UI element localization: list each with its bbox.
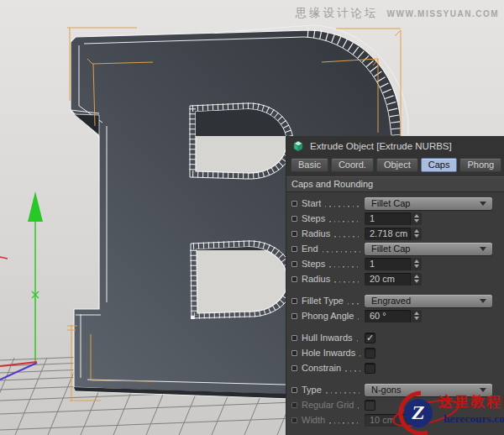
stepper-down-icon [414,234,419,238]
keyframe-dot[interactable] [291,246,297,252]
keyframe-dot[interactable] [291,298,297,304]
section-header: Caps and Rounding [286,176,504,192]
param-label: Regular Grid [302,400,354,410]
dropdown-arrow-icon [480,299,486,303]
steps-end-input[interactable]: 1 [365,258,410,270]
keyframe-dot[interactable] [291,231,297,237]
param-row-steps-start: Steps 1 [291,211,499,226]
stepper-up-icon [414,259,419,263]
stepper-up-icon [414,312,419,315]
leader-dots [325,206,360,207]
panel-title: Extrude Object [Extrude NURBS] [310,141,452,151]
param-label: Type [302,385,322,395]
checkmark-icon: ✓ [366,333,374,342]
tab-phong[interactable]: Phong [459,158,501,172]
site-banner: 思缘设计论坛 WWW.MISSYUAN.COM [0,6,499,21]
param-label: Constrain [302,363,341,373]
constrain-checkbox[interactable]: ✓ [365,363,375,374]
param-label: Steps [302,259,325,269]
dropdown-arrow-icon [480,202,486,206]
dropdown-arrow-icon [480,247,486,251]
panel-tabs: Basic Coord. Object Caps Phong [286,156,504,176]
phong-angle-input[interactable]: 60 ° [365,310,410,322]
stepper-down-icon [414,219,419,223]
stepper[interactable] [410,310,422,322]
leader-dots [329,221,360,223]
tab-basic[interactable]: Basic [291,158,328,172]
stepper[interactable] [410,273,422,286]
radius-end-input[interactable]: 20 cm [365,273,410,286]
leader-dots [358,318,360,320]
param-row-hole-inwards: Hole Inwards ✓ [291,345,499,360]
param-row-radius-start: Radius 2.718 cm [291,226,499,241]
stepper-up-icon [414,275,419,278]
leader-dots [334,236,360,238]
keyframe-dot[interactable] [291,313,297,319]
leader-dots [348,303,360,305]
keyframe-dot[interactable] [291,402,297,408]
leader-dots [360,355,360,357]
leader-dots [329,422,360,424]
panel-header[interactable]: Extrude Object [Extrude NURBS] [286,136,504,156]
param-label: Radius [302,274,330,284]
tab-coord[interactable]: Coord. [331,158,374,172]
keyframe-dot[interactable] [291,261,297,267]
radius-start-input[interactable]: 2.718 cm [365,228,410,240]
param-row-start: Start Fillet Cap [291,196,499,211]
watermark-logo: Z 这里教程网 herecours.com [374,389,504,435]
keyframe-dot[interactable] [291,417,297,423]
param-row-steps-end: Steps 1 [291,256,499,271]
param-row-fillet-type: Fillet Type Engraved [291,293,499,308]
keyframe-dot[interactable] [291,201,297,207]
param-label: Width [302,415,325,425]
hole-inwards-checkbox[interactable]: ✓ [365,348,375,359]
keyframe-dot[interactable] [291,335,297,341]
keyframe-dot[interactable] [291,276,297,282]
leader-dots [329,266,360,268]
watermark-letter: Z [407,402,429,424]
stepper[interactable] [410,228,422,240]
fillet-type-dropdown[interactable]: Engraved [365,295,492,307]
end-dropdown[interactable]: Fillet Cap [365,243,492,255]
param-label: Fillet Type [302,296,344,306]
param-label: End [302,244,318,254]
param-row-phong-angle: Phong Angle 60 ° [291,308,499,323]
tab-caps[interactable]: Caps [421,158,458,172]
keyframe-dot[interactable] [291,350,297,356]
steps-start-input[interactable]: 1 [365,212,410,225]
hole-bottom [197,247,287,313]
param-row-radius-end: Radius 20 cm [291,271,499,286]
param-row-constrain: Constrain ✓ [291,360,499,375]
banner-site-url: WWW.MISSYUAN.COM [387,9,499,18]
leader-dots [323,251,360,253]
param-row-end: End Fillet Cap [291,241,499,256]
param-label: Phong Angle [302,311,354,321]
app-window: 思缘设计论坛 WWW.MISSYUAN.COM Extrude Object [… [0,0,504,435]
stepper-down-icon [414,265,419,268]
hull-inwards-checkbox[interactable]: ✓ [365,333,375,343]
param-label: Hull Inwards [302,333,353,343]
keyframe-dot[interactable] [291,387,297,393]
banner-site-name: 思缘设计论坛 [296,6,379,21]
keyframe-dot[interactable] [291,216,297,222]
extrude-cube-icon [292,140,304,152]
stepper[interactable] [410,258,422,270]
tab-object[interactable]: Object [376,158,418,172]
leader-dots [357,340,360,342]
param-label: Start [302,198,321,208]
param-label: Hole Inwards [302,348,355,358]
leader-dots [358,407,360,409]
stepper-down-icon [414,280,419,283]
start-dropdown[interactable]: Fillet Cap [365,197,492,210]
leader-dots [326,392,360,394]
watermark-site-url: herecours.com [444,412,504,426]
leader-dots [345,370,360,372]
param-row-hull-inwards: Hull Inwards ✓ [291,330,499,345]
param-label: Radius [302,228,330,238]
watermark-site-name: 这里教程网 [438,392,504,411]
stepper-down-icon [414,317,419,320]
keyframe-dot[interactable] [291,365,297,371]
leader-dots [334,281,360,283]
stepper-up-icon [414,214,419,218]
stepper[interactable] [410,212,422,225]
